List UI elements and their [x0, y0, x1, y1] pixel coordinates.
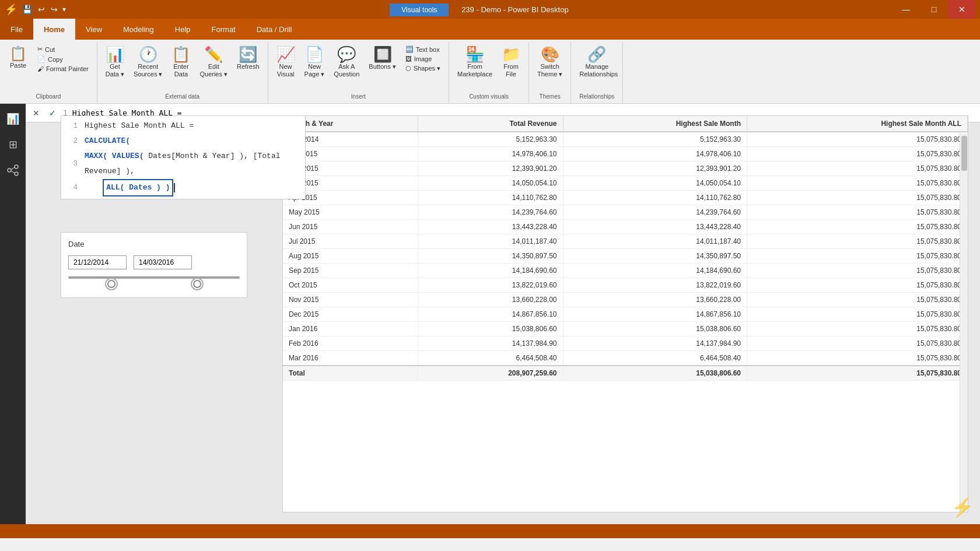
status-bar — [0, 524, 980, 538]
title-bar-left: ⚡ 💾 ↩ ↪ ▾ — [5, 3, 66, 16]
format-painter-btn[interactable]: 🖌 Format Painter — [34, 64, 92, 73]
ribbon-group-themes: 🎨 SwitchTheme ▾ Themes — [529, 42, 571, 103]
cell-hsm: 12,393,901.20 — [563, 162, 747, 176]
tab-data-drill[interactable]: Data / Drill — [246, 19, 303, 40]
tab-help[interactable]: Help — [164, 19, 201, 40]
table-row: Feb 2016 14,137,984.90 14,137,984.90 15,… — [283, 336, 968, 351]
cell-hsm: 14,978,406.10 — [563, 147, 747, 162]
buttons-icon: 🔲 — [373, 47, 392, 62]
formula-cancel-btn[interactable]: ✕ — [30, 107, 42, 119]
table-row: Jul 2015 14,011,187.40 14,011,187.40 15,… — [283, 234, 968, 249]
new-page-btn[interactable]: 📄 NewPage ▾ — [301, 44, 328, 80]
scrollbar-vertical[interactable] — [960, 134, 968, 512]
table-row: May 2015 14,239,764.60 14,239,764.60 15,… — [283, 205, 968, 220]
tab-file[interactable]: File — [0, 19, 33, 40]
edit-queries-btn[interactable]: ✏️ EditQueries ▾ — [196, 44, 231, 80]
cell-revenue: 13,660,228.00 — [418, 293, 563, 307]
date-slicer-title: Date — [68, 240, 240, 248]
sidebar-report-icon[interactable]: 📊 — [2, 108, 23, 129]
maximize-btn[interactable]: □ — [921, 0, 947, 19]
cell-hsmall: 15,075,830.80 — [747, 132, 968, 147]
from-file-btn[interactable]: 📁 FromFile — [498, 44, 524, 80]
minimize-btn[interactable]: — — [892, 0, 919, 19]
slider-handle-left[interactable] — [105, 278, 118, 290]
cell-month: Mar 2016 — [283, 351, 418, 366]
switch-theme-btn[interactable]: 🎨 SwitchTheme ▾ — [534, 44, 566, 80]
table-row: Jun 2015 13,443,228.40 13,443,228.40 15,… — [283, 220, 968, 234]
cell-revenue: 13,822,019.60 — [418, 278, 563, 293]
cell-hsmall: 15,075,830.80 — [747, 293, 968, 307]
get-data-btn[interactable]: 📊 GetData ▾ — [102, 44, 128, 80]
cut-btn[interactable]: ✂ Cut — [34, 44, 92, 54]
recent-sources-icon: 🕐 — [139, 47, 158, 62]
code-editor[interactable]: 1 Highest Sale Month ALL = 2 CALCULATE( … — [61, 115, 306, 199]
cell-hsmall: 15,075,830.80 — [747, 307, 968, 322]
buttons-btn[interactable]: 🔲 Buttons ▾ — [365, 44, 399, 73]
sidebar-model-icon[interactable] — [2, 160, 23, 181]
table-wrapper[interactable]: Month & Year Total Revenue Highest Sale … — [283, 116, 968, 512]
cell-hsm: 13,443,228.40 — [563, 220, 747, 234]
close-btn[interactable]: ✕ — [949, 0, 975, 19]
cell-revenue: 15,038,806.60 — [418, 322, 563, 336]
table-row: Mar 2015 14,050,054.10 14,050,054.10 15,… — [283, 176, 968, 191]
cell-hsmall: 15,075,830.80 — [747, 234, 968, 249]
tab-view[interactable]: View — [75, 19, 113, 40]
manage-relationships-icon: 🔗 — [587, 47, 606, 62]
formula-confirm-btn[interactable]: ✓ — [47, 107, 58, 119]
cell-hsm: 14,239,764.60 — [563, 205, 747, 220]
cell-hsm: 14,867,856.10 — [563, 307, 747, 322]
edit-queries-icon: ✏️ — [204, 47, 223, 62]
cell-hsmall: 15,075,830.80 — [747, 220, 968, 234]
cell-revenue: 14,011,187.40 — [418, 234, 563, 249]
slider-handle-right[interactable] — [191, 278, 204, 290]
cell-hsmall: 15,075,830.80 — [747, 249, 968, 264]
tab-home[interactable]: Home — [33, 19, 75, 40]
manage-relationships-btn[interactable]: 🔗 ManageRelationships — [576, 44, 618, 80]
date-to-input[interactable] — [134, 255, 192, 269]
tab-modeling[interactable]: Modeling — [113, 19, 164, 40]
quick-save-btn[interactable]: 💾 — [21, 3, 33, 15]
table-row: Oct 2015 13,822,019.60 13,822,019.60 15,… — [283, 278, 968, 293]
from-file-icon: 📁 — [502, 47, 520, 62]
from-marketplace-btn[interactable]: 🏪 FromMarketplace — [454, 44, 496, 80]
cell-revenue: 14,239,764.60 — [418, 205, 563, 220]
enter-data-btn[interactable]: 📋 EnterData — [168, 44, 194, 80]
svg-line-4 — [11, 171, 15, 173]
scrollbar-thumb[interactable] — [961, 136, 967, 171]
cell-revenue: 14,050,054.10 — [418, 176, 563, 191]
table-row: Dec 2014 5,152,963.30 5,152,963.30 15,07… — [283, 132, 968, 147]
insert-small-stack: 🔤 Text box 🖼 Image ⬡ Shapes ▾ — [402, 44, 444, 73]
cell-revenue: 14,137,984.90 — [418, 336, 563, 351]
sidebar-data-icon[interactable]: ⊞ — [2, 134, 23, 155]
shapes-btn[interactable]: ⬡ Shapes ▾ — [402, 64, 444, 73]
copy-btn[interactable]: 📄 Copy — [34, 54, 92, 64]
col-highest-sale-month[interactable]: Highest Sale Month — [563, 116, 747, 132]
col-total-revenue[interactable]: Total Revenue — [418, 116, 563, 132]
tab-format[interactable]: Format — [201, 19, 246, 40]
cell-month: Jul 2015 — [283, 234, 418, 249]
ribbon-group-custom-visuals: 🏪 FromMarketplace 📁 FromFile Custom visu… — [449, 42, 529, 103]
text-box-btn[interactable]: 🔤 Text box — [402, 44, 444, 54]
shapes-icon: ⬡ — [405, 65, 411, 72]
paste-btn[interactable]: 📋 Paste — [5, 44, 32, 72]
ask-a-question-btn[interactable]: 💬 Ask AQuestion — [330, 44, 363, 80]
cell-hsm: 15,038,806.60 — [563, 322, 747, 336]
col-highest-sale-month-all[interactable]: Highest Sale Month ALL — [747, 116, 968, 132]
new-visual-btn[interactable]: 📈 NewVisual — [273, 44, 299, 80]
cell-hsmall: 15,075,830.80 — [747, 162, 968, 176]
refresh-btn[interactable]: 🔄 Refresh — [233, 44, 263, 73]
slider-handles — [68, 278, 240, 290]
undo-btn[interactable]: ↩ — [37, 3, 46, 15]
cell-hsm: 5,152,963.30 — [563, 132, 747, 147]
ribbon-group-clipboard: 📋 Paste ✂ Cut 📄 Copy 🖌 Format Painter Cl… — [0, 42, 97, 103]
recent-sources-btn[interactable]: 🕐 RecentSources ▾ — [130, 44, 166, 80]
cell-hsm: 14,184,690.60 — [563, 264, 747, 278]
redo-btn[interactable]: ↪ — [50, 3, 59, 15]
table-row: Jan 2015 14,978,406.10 14,978,406.10 15,… — [283, 147, 968, 162]
code-line-4: 4 ALL( Dates ) ) — [61, 179, 305, 196]
cell-hsm: 14,137,984.90 — [563, 336, 747, 351]
date-from-input[interactable] — [68, 255, 127, 269]
image-btn[interactable]: 🖼 Image — [402, 54, 444, 64]
table-row: Mar 2016 6,464,508.40 6,464,508.40 15,07… — [283, 351, 968, 366]
themes-label: Themes — [534, 92, 566, 101]
